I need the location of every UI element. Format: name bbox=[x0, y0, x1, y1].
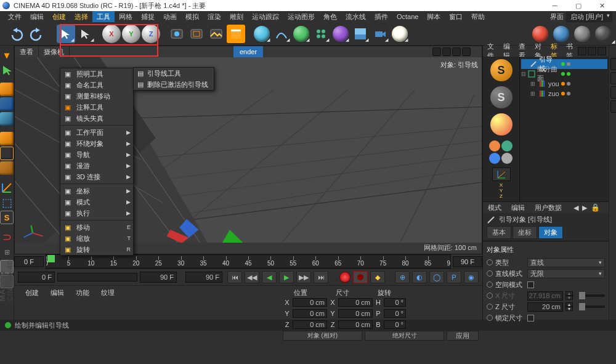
attr-直线模式-dropdown[interactable]: 无限 bbox=[527, 269, 605, 278]
render-view-button[interactable] bbox=[168, 25, 186, 43]
polygon-mode-button[interactable] bbox=[0, 161, 14, 175]
menu-item-命名工具[interactable]: ▣命名工具 bbox=[60, 79, 133, 91]
menu-character[interactable]: 角色 bbox=[319, 11, 341, 22]
add-spline-button[interactable]: ◢ bbox=[272, 25, 291, 43]
attr-tab-basic[interactable]: 基本 bbox=[487, 226, 511, 239]
menu-item-移动[interactable]: ▣移动E bbox=[60, 222, 133, 233]
add-light-button[interactable]: ◢ bbox=[391, 25, 409, 43]
add-array-button[interactable]: ◢ bbox=[312, 25, 330, 43]
menu-item-3D 连接[interactable]: ▣3D 连接▶ bbox=[60, 171, 133, 182]
vp-nav-rotate-icon[interactable] bbox=[452, 47, 461, 56]
om-eye-icon[interactable] bbox=[598, 47, 606, 55]
window-close-button[interactable]: ✕ bbox=[590, 0, 614, 11]
vp-nav-maximize-icon[interactable] bbox=[462, 47, 471, 56]
axis-lock-z[interactable]: Z bbox=[142, 25, 160, 43]
om-red-sphere-icon[interactable] bbox=[490, 113, 513, 135]
keyframe-selection-button[interactable]: ◆ bbox=[370, 271, 385, 283]
attr-menu-edit[interactable]: 编辑 bbox=[506, 203, 530, 212]
menu-plugins[interactable]: 插件 bbox=[370, 11, 392, 22]
picture-viewer-button[interactable] bbox=[207, 25, 225, 43]
timeline-end-field[interactable]: 90 F bbox=[453, 256, 482, 267]
model-mode-button[interactable] bbox=[0, 63, 14, 76]
om-item-引导线[interactable]: 引导线 bbox=[521, 59, 607, 69]
menu-motiontrack[interactable]: 运动跟踪 bbox=[248, 11, 283, 22]
menu-create[interactable]: 创建 bbox=[48, 11, 70, 22]
menu-item-模式[interactable]: ▣模式▶ bbox=[60, 196, 133, 208]
menu-edit[interactable]: 编辑 bbox=[26, 11, 48, 22]
add-camera-button[interactable]: ◢ bbox=[371, 25, 389, 43]
key-rot-button[interactable]: ◯ bbox=[429, 271, 444, 283]
octane-render-button[interactable] bbox=[531, 25, 549, 43]
menu-simulate[interactable]: 模拟 bbox=[181, 11, 203, 22]
next-key-button[interactable]: ▶▶ bbox=[296, 271, 311, 283]
menu-tools[interactable]: 工具 bbox=[92, 11, 115, 22]
preview-end-field[interactable]: 90 F bbox=[185, 272, 222, 283]
menu-item-镜头失真[interactable]: ▣镜头失真 bbox=[60, 113, 133, 124]
menu-mesh[interactable]: 网格 bbox=[115, 11, 137, 22]
menu-help[interactable]: 帮助 bbox=[467, 11, 489, 22]
vp-menu-view[interactable]: 查看 bbox=[15, 46, 39, 57]
move-tool[interactable]: ◢ bbox=[76, 25, 95, 43]
menu-select[interactable]: 选择 bbox=[70, 11, 92, 22]
attr-X 尺寸-field[interactable]: 27.918 cm bbox=[527, 291, 563, 301]
menu-item-导航[interactable]: ▣导航▶ bbox=[60, 149, 133, 160]
key-scale-button[interactable]: ◐ bbox=[412, 271, 427, 283]
menu-pipeline[interactable]: 流水线 bbox=[341, 11, 370, 22]
octane-node-button[interactable] bbox=[594, 25, 612, 43]
menu-item-缩放[interactable]: ▣缩放T bbox=[60, 233, 133, 244]
coord-Z-pos[interactable]: 0 cm bbox=[293, 320, 327, 329]
render-settings-button[interactable]: ◢ bbox=[227, 25, 245, 43]
coord-X-size[interactable]: 0 cm bbox=[338, 298, 373, 307]
coord-size-mode-dropdown[interactable]: 绝对尺寸 bbox=[365, 331, 444, 341]
coord-Y-size[interactable]: 0 cm bbox=[338, 309, 373, 318]
add-deformer-button[interactable]: ◢ bbox=[331, 25, 350, 43]
workplane-mode-button[interactable] bbox=[0, 112, 14, 126]
coord-B-rot[interactable]: 0 ° bbox=[384, 320, 406, 329]
attr-menu-mode[interactable]: 模式 bbox=[483, 203, 506, 212]
mat-tab-edit[interactable]: 编辑 bbox=[46, 288, 69, 297]
attr-X 尺寸-slider[interactable] bbox=[579, 294, 605, 297]
attr-menu-userdata[interactable]: 用户数据 bbox=[530, 203, 567, 212]
om-search-icon[interactable] bbox=[578, 47, 586, 55]
window-minimize-button[interactable]: ─ bbox=[543, 0, 567, 11]
key-pla-button[interactable]: ◉ bbox=[464, 271, 479, 283]
object-tree[interactable]: 引导线⊟细分曲面⊞you⊞zuo bbox=[520, 57, 609, 201]
attr-空间模式-checkbox[interactable] bbox=[527, 281, 534, 288]
menu-window[interactable]: 窗口 bbox=[445, 11, 467, 22]
coord-Y-pos[interactable]: 0 cm bbox=[293, 309, 327, 318]
rail-btn-2[interactable] bbox=[610, 72, 616, 84]
attr-tab-coord[interactable]: 坐标 bbox=[513, 226, 537, 239]
coord-H-rot[interactable]: 0 ° bbox=[384, 298, 406, 307]
om-take-button[interactable]: S bbox=[490, 86, 513, 108]
add-environment-button[interactable]: ◢ bbox=[351, 25, 370, 43]
redo-button[interactable] bbox=[30, 26, 44, 41]
om-item-you[interactable]: ⊞you bbox=[521, 79, 607, 89]
menu-item-工作平面[interactable]: ▣工作平面▶ bbox=[60, 127, 133, 138]
menu-render[interactable]: 渲染 bbox=[203, 11, 225, 22]
menu-snap[interactable]: 捕捉 bbox=[137, 11, 159, 22]
rail-btn-3[interactable] bbox=[610, 86, 616, 99]
timeline-start-field[interactable]: 0 F bbox=[14, 256, 44, 267]
mat-tab-create[interactable]: 创建 bbox=[20, 288, 44, 297]
menu-item-测量和移动[interactable]: ▣测量和移动 bbox=[60, 91, 133, 102]
coord-X-pos[interactable]: 0 cm bbox=[293, 298, 327, 307]
range-slider[interactable] bbox=[57, 273, 137, 281]
autokey-button[interactable] bbox=[353, 271, 368, 283]
menu-item-漫游[interactable]: ▣漫游▶ bbox=[60, 160, 133, 171]
om-scene-button[interactable]: S bbox=[490, 59, 513, 81]
rail-btn-1[interactable] bbox=[610, 58, 616, 70]
mat-tab-texture[interactable]: 纹理 bbox=[96, 288, 120, 297]
menu-item-照明工具[interactable]: ▣照明工具 bbox=[60, 68, 133, 79]
object-mode-button[interactable] bbox=[0, 83, 14, 96]
render-region-button[interactable]: ◢ bbox=[187, 25, 206, 43]
octane-settings-button[interactable] bbox=[573, 25, 591, 43]
snap-toggle-button[interactable]: S bbox=[0, 211, 14, 224]
submenu-item-引导线工具[interactable]: ▤引导线工具 bbox=[134, 68, 214, 79]
menu-item-执行[interactable]: ▣执行▶ bbox=[60, 208, 133, 219]
tools-submenu[interactable]: ▤引导线工具▤删除已激活的引导线 bbox=[133, 67, 214, 91]
goto-end-button[interactable]: ⏭ bbox=[314, 271, 328, 283]
menu-script[interactable]: 脚本 bbox=[423, 11, 445, 22]
coord-apply-button[interactable]: 应用 bbox=[447, 331, 479, 341]
soft-select-button[interactable]: ⊃ bbox=[0, 230, 14, 244]
live-select-tool[interactable]: ◢ bbox=[57, 25, 75, 43]
